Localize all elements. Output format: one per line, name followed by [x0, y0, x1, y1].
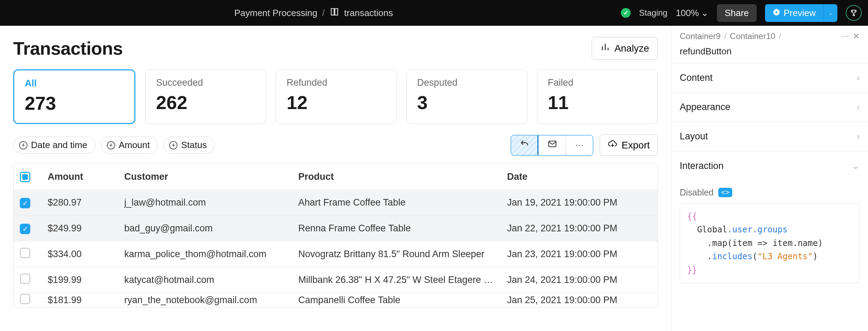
chevron-down-icon: ⌄: [829, 10, 833, 16]
table-row[interactable]: $199.99 katycat@hotmail.com Millbank 26.…: [14, 267, 657, 293]
cell-product: Novogratz Brittany 81.5" Round Arm Sleep…: [298, 249, 507, 260]
filter-status-chip[interactable]: + Status: [163, 137, 215, 154]
select-all-checkbox[interactable]: [20, 172, 30, 182]
code-token: }}: [687, 265, 697, 275]
row-checkbox[interactable]: [20, 274, 30, 284]
code-token: (: [752, 252, 757, 261]
preview-label: Preview: [784, 8, 816, 18]
col-customer[interactable]: Customer: [124, 171, 298, 182]
section-interaction[interactable]: Interaction ⌄: [671, 151, 868, 180]
email-button[interactable]: [538, 136, 566, 155]
fx-badge[interactable]: <>: [718, 188, 732, 197]
inspector-selected-name[interactable]: refundButton: [671, 45, 868, 63]
cell-date: Jan 25, 2021 19:00:00 PM: [507, 295, 651, 306]
stat-card-refunded[interactable]: Refunded 12: [276, 69, 396, 124]
plus-icon: +: [169, 141, 177, 149]
section-label: Interaction: [680, 161, 724, 171]
preview-dropdown[interactable]: ⌄: [823, 4, 837, 22]
cell-amount: $334.00: [48, 249, 124, 260]
breadcrumb-page[interactable]: transactions: [344, 8, 393, 18]
env-label[interactable]: Staging: [639, 8, 667, 18]
filter-date-chip[interactable]: + Date and time: [13, 137, 95, 154]
table-row[interactable]: ✓ $249.99 bad_guy@gmail.com Renna Frame …: [14, 215, 657, 241]
cell-date: Jan 24, 2021 19:00:00 PM: [507, 275, 651, 285]
preview-button-group: Preview ⌄: [765, 4, 837, 22]
inspector-crumb[interactable]: Container9: [680, 31, 720, 41]
trophy-icon[interactable]: [846, 5, 862, 21]
row-checkbox[interactable]: [20, 248, 30, 258]
inspector-crumb[interactable]: Container10: [730, 31, 775, 41]
export-button[interactable]: Export: [600, 134, 658, 156]
section-layout[interactable]: Layout ›: [671, 122, 868, 151]
zoom-control[interactable]: 100% ⌄: [676, 8, 709, 18]
canvas: Transactions Analyze All 273 Succeeded 2…: [0, 26, 671, 331]
title-row: Transactions Analyze: [13, 37, 658, 60]
table-row[interactable]: ✓ $280.97 j_law@hotmail.com Ahart Frame …: [14, 190, 657, 215]
code-token: {{: [687, 211, 697, 221]
prop-label: Disabled: [680, 187, 713, 198]
cell-date: Jan 23, 2021 19:00:00 PM: [507, 249, 651, 260]
cell-customer: katycat@hotmail.com: [124, 275, 298, 285]
inspector-breadcrumb: Container9 / Container10 / ⋯ ✕: [671, 26, 868, 45]
cell-product: Campanelli Coffee Table: [298, 295, 507, 306]
section-label: Layout: [680, 131, 708, 142]
bar-chart-icon: [600, 42, 610, 54]
share-button[interactable]: Share: [717, 4, 756, 22]
row-checkbox[interactable]: [20, 294, 30, 304]
table-row[interactable]: $181.99 ryan_the_notebook@gmail.com Camp…: [14, 293, 657, 307]
dots-icon[interactable]: ⋯: [841, 31, 849, 41]
play-icon: [773, 8, 780, 18]
page-title: Transactions: [13, 38, 123, 59]
close-icon[interactable]: ✕: [853, 31, 860, 41]
refund-button[interactable]: [511, 136, 538, 155]
code-icon: <>: [721, 188, 729, 197]
stat-card-all[interactable]: All 273: [13, 69, 135, 124]
top-bar: Payment Processing / transactions ✓ Stag…: [0, 0, 868, 26]
preview-button[interactable]: Preview: [765, 4, 823, 22]
analyze-label: Analyze: [614, 43, 649, 54]
chevron-right-icon: ›: [857, 102, 860, 113]
chevron-down-icon: ⌄: [701, 8, 709, 18]
cell-product: Renna Frame Coffee Table: [298, 223, 507, 234]
more-button[interactable]: ⋯: [566, 136, 593, 155]
col-date[interactable]: Date: [507, 171, 651, 182]
stat-cards: All 273 Succeeded 262 Refunded 12 Desput…: [13, 69, 658, 124]
stat-card-failed[interactable]: Failed 11: [537, 69, 658, 124]
zoom-value: 100%: [676, 8, 699, 18]
stat-label: Refunded: [286, 77, 386, 88]
row-checkbox[interactable]: ✓: [20, 224, 30, 234]
chip-label: Date and time: [31, 140, 87, 151]
stat-value: 273: [25, 92, 124, 114]
col-product[interactable]: Product: [298, 171, 507, 182]
analyze-button[interactable]: Analyze: [592, 37, 658, 60]
col-amount[interactable]: Amount: [48, 171, 124, 182]
dots-icon: ⋯: [575, 140, 584, 150]
inspector-panel: Container9 / Container10 / ⋯ ✕ refundBut…: [671, 26, 868, 331]
code-token: ): [813, 252, 818, 261]
transactions-table: Amount Customer Product Date ✓ $280.97 j…: [13, 163, 658, 308]
cell-customer: karma_police_thom@hotmail.com: [124, 249, 298, 260]
stat-label: Succeeded: [156, 77, 255, 88]
filter-row: + Date and time + Amount + Status refund…: [13, 134, 658, 156]
section-content[interactable]: Content ›: [671, 63, 868, 93]
topbar-right: ✓ Staging 100% ⌄ Share Preview ⌄: [621, 4, 862, 22]
stat-value: 3: [417, 92, 516, 113]
row-checkbox[interactable]: ✓: [20, 198, 30, 208]
chevron-down-icon: ⌄: [852, 160, 860, 171]
chevron-right-icon: ›: [857, 72, 860, 83]
table-row[interactable]: $334.00 karma_police_thom@hotmail.com No…: [14, 241, 657, 267]
section-appearance[interactable]: Appearance ›: [671, 93, 868, 122]
code-editor[interactable]: {{ Global.user.groups .map(item => item.…: [680, 203, 860, 283]
stat-card-succeeded[interactable]: Succeeded 262: [145, 69, 266, 124]
stat-card-desputed[interactable]: Desputed 3: [407, 69, 527, 124]
cell-customer: j_law@hotmail.com: [124, 197, 298, 208]
stat-label: All: [25, 78, 124, 89]
stat-value: 262: [156, 92, 255, 113]
breadcrumb-separator: /: [779, 31, 781, 41]
breadcrumb-app[interactable]: Payment Processing: [234, 8, 317, 18]
filter-amount-chip[interactable]: + Amount: [101, 137, 158, 154]
table-header: Amount Customer Product Date: [14, 164, 657, 190]
action-segment: refundButton ⋯: [511, 135, 593, 156]
cell-date: Jan 22, 2021 19:00:00 PM: [507, 223, 651, 234]
status-ok-icon: ✓: [621, 8, 631, 18]
